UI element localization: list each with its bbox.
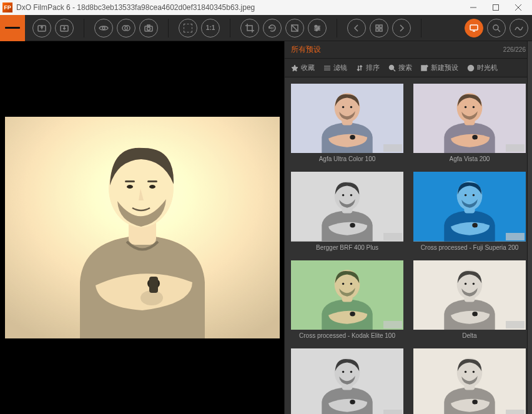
favorites-filter[interactable]: 收藏 (291, 63, 315, 72)
svg-point-6 (102, 27, 105, 29)
image-viewer[interactable] (0, 41, 284, 414)
search-filter[interactable]: 搜索 (388, 63, 412, 72)
histogram-icon[interactable] (510, 19, 528, 37)
preset-thumb (413, 84, 526, 153)
svg-point-59 (350, 223, 355, 227)
svg-rect-11 (147, 25, 150, 26)
svg-point-83 (350, 400, 355, 404)
crop-icon[interactable] (240, 19, 259, 37)
presets-panel: 所有预设 226/226 收藏 滤镜 排序 搜索 新建预设 (284, 41, 532, 414)
right-tool-strip[interactable] (527, 41, 532, 414)
preset-label: Agfa Vista 200 (450, 155, 490, 164)
svg-rect-38 (147, 180, 157, 182)
preset-item[interactable] (291, 348, 403, 414)
svg-point-68 (465, 194, 466, 196)
window-title: DxO FilmPack 6 - 18d8bc3eb13533fa98cea46… (16, 3, 462, 12)
preset-item[interactable] (413, 348, 526, 414)
new-preset-button[interactable]: 新建预设 (421, 63, 458, 72)
svg-rect-1 (493, 5, 499, 11)
svg-point-81 (473, 283, 475, 285)
svg-point-74 (342, 283, 344, 285)
fit-icon[interactable] (179, 19, 197, 37)
monitor-icon[interactable] (465, 19, 483, 37)
preset-label: Cross processed - Fuji Superia 200 (421, 244, 519, 253)
preset-grid: Agfa Ultra Color 100 Agfa Vista 200 Berg… (291, 84, 526, 414)
svg-rect-23 (376, 29, 378, 31)
preset-item[interactable]: Cross processed - Kodak Elite 100 (291, 260, 403, 341)
import-icon[interactable] (32, 19, 51, 37)
before-after-icon[interactable] (117, 19, 135, 37)
svg-point-19 (318, 27, 320, 29)
minimize-button[interactable] (462, 0, 485, 15)
time-machine-button[interactable]: 时光机 (467, 63, 498, 72)
sort-filter[interactable]: 排序 (356, 63, 380, 72)
preset-badge (383, 144, 402, 152)
eye-icon[interactable] (94, 19, 113, 37)
magnify-icon[interactable] (487, 19, 506, 37)
preset-item[interactable]: Cross processed - Fuji Superia 200 (413, 172, 526, 252)
svg-rect-37 (125, 180, 135, 182)
rotate-icon[interactable]: 90 (263, 19, 282, 37)
preset-badge (506, 144, 525, 152)
one-to-one-button[interactable]: 1:1 (201, 19, 220, 37)
svg-point-93 (473, 371, 475, 373)
svg-rect-22 (380, 25, 382, 27)
preset-badge (506, 233, 525, 240)
snapshot-icon[interactable] (139, 19, 158, 37)
preset-badge (383, 321, 402, 328)
toolbar: 1:1 90 (0, 15, 532, 41)
preset-thumb (291, 260, 403, 330)
maximize-button[interactable] (485, 0, 507, 15)
svg-point-89 (472, 400, 478, 404)
preset-label: Cross processed - Kodak Elite 100 (299, 332, 395, 341)
svg-point-69 (473, 194, 475, 196)
grid-view-icon[interactable] (370, 19, 388, 37)
preset-item[interactable]: Agfa Ultra Color 100 (291, 84, 403, 164)
category-bar[interactable]: 所有预设 226/226 (285, 41, 532, 59)
titlebar: FP DxO FilmPack 6 - 18d8bc3eb13533fa98ce… (0, 0, 532, 15)
svg-point-47 (350, 135, 355, 139)
svg-point-42 (390, 65, 394, 69)
svg-point-51 (350, 106, 352, 108)
svg-line-43 (393, 69, 395, 71)
svg-point-36 (149, 185, 155, 189)
svg-point-18 (315, 25, 317, 27)
preset-thumb (413, 260, 526, 330)
svg-line-28 (498, 29, 500, 32)
menu-button[interactable] (0, 15, 25, 41)
preset-grid-scroll[interactable]: Agfa Ultra Color 100 Agfa Vista 200 Berg… (285, 77, 532, 414)
svg-rect-25 (470, 25, 478, 30)
svg-point-71 (350, 312, 355, 316)
svg-rect-21 (376, 25, 378, 27)
preset-thumb (413, 172, 526, 241)
svg-point-75 (350, 283, 352, 285)
svg-point-87 (350, 371, 352, 373)
main-photo (5, 117, 280, 338)
svg-point-50 (342, 106, 344, 108)
preset-item[interactable]: Agfa Vista 200 (413, 84, 526, 164)
svg-point-63 (350, 194, 352, 196)
svg-point-35 (127, 185, 133, 189)
next-icon[interactable] (392, 19, 411, 37)
prev-icon[interactable] (347, 19, 366, 37)
sliders-icon[interactable] (308, 19, 327, 37)
preset-count: 226/226 (503, 46, 526, 53)
svg-point-56 (465, 106, 466, 108)
preset-thumb (413, 348, 526, 414)
svg-point-65 (472, 223, 478, 227)
export-icon[interactable] (55, 19, 74, 37)
preset-badge (383, 410, 402, 414)
svg-rect-32 (149, 277, 158, 293)
straighten-icon[interactable] (285, 19, 304, 37)
preset-thumb (291, 348, 403, 414)
svg-point-80 (465, 283, 466, 285)
svg-point-53 (472, 135, 478, 139)
svg-rect-24 (380, 29, 382, 31)
close-button[interactable] (507, 0, 530, 15)
preset-thumb (291, 172, 403, 241)
preset-item[interactable]: Delta (413, 260, 526, 341)
svg-point-86 (342, 371, 344, 373)
filter-filter[interactable]: 滤镜 (323, 63, 347, 72)
preset-item[interactable]: Bergger BRF 400 Plus (291, 172, 403, 252)
preset-badge (383, 233, 402, 240)
